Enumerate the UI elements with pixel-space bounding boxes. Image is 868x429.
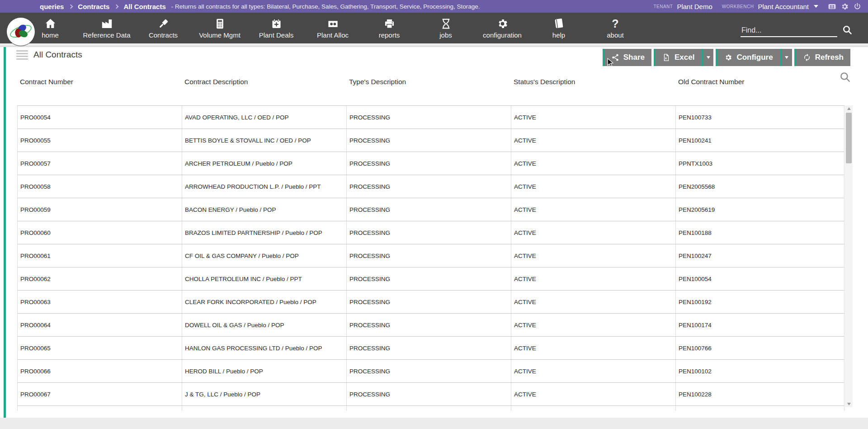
cell-contract-description: ARCHER PETROLEUM / Pueblo / POP <box>182 152 347 175</box>
cell-contract-number: PRO00064 <box>18 314 182 336</box>
cell-types-description: PROCESSING <box>347 267 511 290</box>
cell-old-contract-number: PEN100188 <box>676 221 844 244</box>
nav-item-contracts[interactable]: Contracts <box>141 13 186 43</box>
tenant-value[interactable]: Plant Demo <box>677 3 712 10</box>
configure-button[interactable]: Configure <box>716 49 779 66</box>
table-row[interactable]: PRO00064 DOWELL OIL & GAS / Pueblo / POP… <box>18 314 844 337</box>
accent-bar <box>4 47 6 418</box>
app-logo[interactable] <box>6 17 35 46</box>
cell-types-description: PROCESSING <box>347 244 511 267</box>
table-row[interactable]: PRO00057 ARCHER PETROLEUM / Pueblo / POP… <box>18 152 844 175</box>
cell-types-description: PROCESSING <box>347 291 511 313</box>
cell-old-contract-number: PEN2005619 <box>676 198 844 221</box>
nav-item-reports[interactable]: reports <box>367 13 412 43</box>
cell-old-contract-number: PEN2005568 <box>676 175 844 198</box>
refresh-button[interactable]: Refresh <box>794 49 850 66</box>
share-button[interactable]: Share <box>603 49 651 66</box>
nav-item-volume-mgmt[interactable]: Volume Mgmt <box>197 13 242 43</box>
column-header-contract-description[interactable]: Contract Description <box>182 78 346 86</box>
find-container <box>741 23 853 37</box>
column-header-contract-number[interactable]: Contract Number <box>17 78 182 86</box>
cell-old-contract-number: PEN100174 <box>676 314 844 336</box>
table-row[interactable]: PRO00055 BETTIS BOYLE & STOVALL INC / OE… <box>18 129 844 152</box>
table-row[interactable]: PRO00058 ARROWHEAD PRODUCTION L.P. / Pue… <box>18 175 844 198</box>
nav-item-about[interactable]: ? about <box>593 13 638 43</box>
view-title: All Contracts <box>16 50 82 60</box>
cell-types-description: PROCESSING <box>347 221 511 244</box>
excel-button[interactable]: x Excel <box>654 49 701 66</box>
cell-old-contract-number: PEN100247 <box>676 244 844 267</box>
cell-contract-description: BETTIS BOYLE & STOVALL INC / OED / POP <box>182 129 347 152</box>
nav-item-plant-alloc[interactable]: Plant Alloc <box>310 13 355 43</box>
scroll-up-arrow[interactable] <box>845 105 853 112</box>
cell-types-description: PROCESSING <box>347 175 511 198</box>
breadcrumb-queries[interactable]: queries <box>40 3 64 10</box>
excel-dropdown-button[interactable] <box>701 49 713 66</box>
cell-old-contract-number: PEN100766 <box>676 337 844 359</box>
cell-contract-number: PRO00067 <box>18 383 182 405</box>
cell-types-description: PROCESSING <box>347 337 511 359</box>
table-row[interactable]: PRO00066 HEROD BILL / Pueblo / POP PROCE… <box>18 360 844 383</box>
topbar-right: TENANT Plant Demo WORKBENCH Plant Accoun… <box>653 2 868 11</box>
nav-item-reference-data[interactable]: Reference Data <box>84 13 129 43</box>
calculator-icon <box>214 18 226 30</box>
power-icon[interactable] <box>853 2 862 11</box>
table-row[interactable]: PRO00067 J & TG, LLC / Pueblo / POP PROC… <box>18 383 844 406</box>
toolbar-actions: Share x Excel Configure Refresh <box>603 49 850 66</box>
users-icon[interactable] <box>828 2 836 11</box>
cell-contract-number: PRO00061 <box>18 244 182 267</box>
scrollbar-thumb[interactable] <box>846 113 852 163</box>
table-row[interactable]: PRO00054 AVAD OPERATING, LLC / OED / POP… <box>18 106 844 129</box>
column-header-statuses-description[interactable]: Status's Description <box>511 78 675 86</box>
gear-icon <box>496 18 509 30</box>
workbench-value[interactable]: Plant Accountant <box>758 3 809 10</box>
vertical-scrollbar[interactable] <box>845 105 853 407</box>
excel-file-icon: x <box>662 53 670 62</box>
nav-item-configuration[interactable]: configuration <box>480 13 525 43</box>
breadcrumb-contracts[interactable]: Contracts <box>78 3 109 10</box>
column-header-old-contract-number[interactable]: Old Contract Number <box>675 78 844 86</box>
list-icon <box>16 50 28 60</box>
table-row[interactable]: PRO00059 BACON ENERGY / Pueblo / POP PRO… <box>18 198 844 221</box>
cell-contract-description: J & TG, LLC / Pueblo / POP <box>182 383 347 405</box>
cell-contract-number: PRO00058 <box>18 175 182 198</box>
table-row[interactable]: PRO00062 CHOLLA PETROLEUM INC / Pueblo /… <box>18 267 844 291</box>
nav-item-help[interactable]: help <box>536 13 581 43</box>
nav-item-jobs[interactable]: jobs <box>423 13 468 43</box>
nav-items: home Reference Data Contracts Volume Mgm… <box>28 13 638 43</box>
query-description: - Returns all contracts for all types: B… <box>171 3 480 10</box>
cell-types-description: PROCESSING <box>347 360 511 382</box>
cell-statuses-description: ACTIVE <box>511 383 676 405</box>
chevron-down-icon[interactable] <box>814 5 818 8</box>
cell-contract-number: PRO00059 <box>18 198 182 221</box>
cell-types-description: PROCESSING <box>347 314 511 336</box>
column-header-types-description[interactable]: Type's Description <box>346 78 511 86</box>
table-body: PRO00054 AVAD OPERATING, LLC / OED / POP… <box>17 105 844 411</box>
home-icon <box>44 18 57 30</box>
scroll-down-arrow[interactable] <box>845 401 853 407</box>
workbench-label: WORKBENCH <box>722 4 754 9</box>
page-background <box>0 418 868 429</box>
cell-contract-number: PRO00062 <box>18 267 182 290</box>
cell-contract-description: HANLON GAS PROCESSING LTD / Pueblo / POP <box>182 337 347 359</box>
cell-contract-number: PRO00054 <box>18 106 182 129</box>
cell-old-contract-number: PEN100102 <box>676 360 844 382</box>
gavel-icon <box>157 18 170 30</box>
table-row[interactable]: PRO00061 CF OIL & GAS COMPANY / Pueblo /… <box>18 244 844 267</box>
cell-contract-number: PRO00065 <box>18 337 182 359</box>
search-icon[interactable] <box>842 24 853 35</box>
table-row[interactable]: PRO00063 CLEAR FORK INCORPORATED / Puebl… <box>18 291 844 314</box>
cell-types-description: PROCESSING <box>347 152 511 175</box>
breadcrumb-all-contracts[interactable]: All Contracts <box>123 3 165 10</box>
cell-contract-description: CLEAR FORK INCORPORATED / Pueblo / POP <box>182 291 347 313</box>
table-row[interactable]: PRO00065 HANLON GAS PROCESSING LTD / Pue… <box>18 337 844 360</box>
nav-item-plant-deals[interactable]: Plant Deals <box>254 13 299 43</box>
breadcrumb-bar: queries Contracts All Contracts - Return… <box>0 0 868 13</box>
configure-dropdown-button[interactable] <box>780 49 792 66</box>
table-row[interactable]: PRO00060 BRAZOS LIMITED PARTNERSHIP / Pu… <box>18 221 844 244</box>
table-row-partial <box>18 406 844 411</box>
question-icon: ? <box>612 18 618 30</box>
find-input[interactable] <box>741 24 837 37</box>
cell-types-description: PROCESSING <box>347 106 511 129</box>
gear-icon[interactable] <box>840 2 849 11</box>
